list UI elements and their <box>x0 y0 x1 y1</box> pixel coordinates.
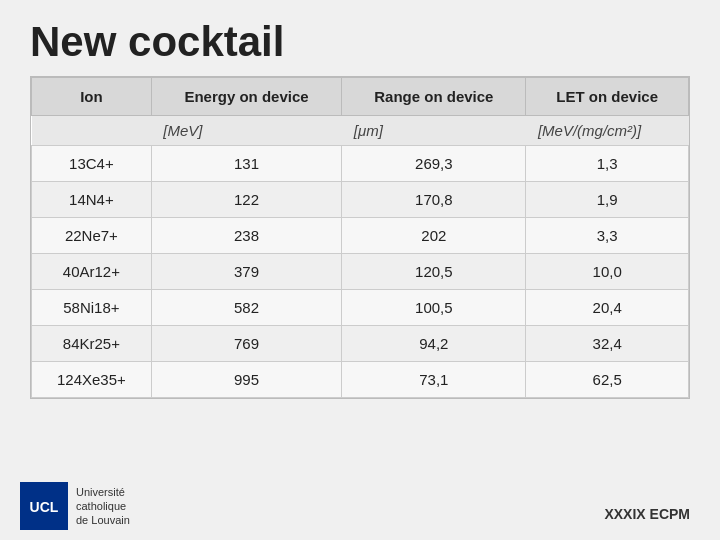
page-title: New cocktail <box>0 0 720 76</box>
cell-r4-c2: 100,5 <box>342 290 526 326</box>
cell-r4-c0: 58Ni18+ <box>32 290 152 326</box>
ucl-line-1: Université <box>76 485 130 499</box>
ucl-line-2: catholique <box>76 499 130 513</box>
cell-r0-c3: 1,3 <box>526 146 689 182</box>
unit-let: [MeV/(mg/cm²)] <box>526 116 689 146</box>
cell-r3-c3: 10,0 <box>526 254 689 290</box>
table-row: 84Kr25+76994,232,4 <box>32 326 689 362</box>
table-row: 22Ne7+2382023,3 <box>32 218 689 254</box>
cell-r4-c1: 582 <box>151 290 342 326</box>
col-header-range: Range on device <box>342 78 526 116</box>
ucl-logo-icon: UCL <box>20 482 68 530</box>
cell-r0-c1: 131 <box>151 146 342 182</box>
cell-r2-c2: 202 <box>342 218 526 254</box>
unit-ion <box>32 116 152 146</box>
cell-r5-c2: 94,2 <box>342 326 526 362</box>
cell-r2-c1: 238 <box>151 218 342 254</box>
cell-r3-c2: 120,5 <box>342 254 526 290</box>
col-header-let: LET on device <box>526 78 689 116</box>
table-row: 14N4+122170,81,9 <box>32 182 689 218</box>
col-header-energy: Energy on device <box>151 78 342 116</box>
ucl-institution-text: Université catholique de Louvain <box>76 485 130 528</box>
cell-r2-c3: 3,3 <box>526 218 689 254</box>
conference-label: XXXIX ECPM <box>604 506 690 522</box>
cell-r0-c2: 269,3 <box>342 146 526 182</box>
cell-r6-c3: 62,5 <box>526 362 689 398</box>
cell-r0-c0: 13C4+ <box>32 146 152 182</box>
col-header-ion: Ion <box>32 78 152 116</box>
data-table-container: Ion Energy on device Range on device LET… <box>30 76 690 399</box>
cell-r3-c0: 40Ar12+ <box>32 254 152 290</box>
cell-r1-c2: 170,8 <box>342 182 526 218</box>
cell-r1-c1: 122 <box>151 182 342 218</box>
table-unit-row: [MeV] [μm] [MeV/(mg/cm²)] <box>32 116 689 146</box>
unit-range: [μm] <box>342 116 526 146</box>
svg-text:UCL: UCL <box>30 499 59 515</box>
table-header-row: Ion Energy on device Range on device LET… <box>32 78 689 116</box>
cell-r5-c0: 84Kr25+ <box>32 326 152 362</box>
cell-r6-c0: 124Xe35+ <box>32 362 152 398</box>
unit-energy: [MeV] <box>151 116 342 146</box>
table-row: 124Xe35+99573,162,5 <box>32 362 689 398</box>
cell-r2-c0: 22Ne7+ <box>32 218 152 254</box>
cell-r4-c3: 20,4 <box>526 290 689 326</box>
ion-table: Ion Energy on device Range on device LET… <box>31 77 689 398</box>
table-row: 58Ni18+582100,520,4 <box>32 290 689 326</box>
footer: UCL Université catholique de Louvain <box>20 482 130 530</box>
cell-r3-c1: 379 <box>151 254 342 290</box>
cell-r1-c0: 14N4+ <box>32 182 152 218</box>
table-body: 13C4+131269,31,314N4+122170,81,922Ne7+23… <box>32 146 689 398</box>
cell-r6-c1: 995 <box>151 362 342 398</box>
cell-r6-c2: 73,1 <box>342 362 526 398</box>
ucl-line-3: de Louvain <box>76 513 130 527</box>
table-row: 13C4+131269,31,3 <box>32 146 689 182</box>
table-row: 40Ar12+379120,510,0 <box>32 254 689 290</box>
cell-r5-c1: 769 <box>151 326 342 362</box>
cell-r5-c3: 32,4 <box>526 326 689 362</box>
cell-r1-c3: 1,9 <box>526 182 689 218</box>
